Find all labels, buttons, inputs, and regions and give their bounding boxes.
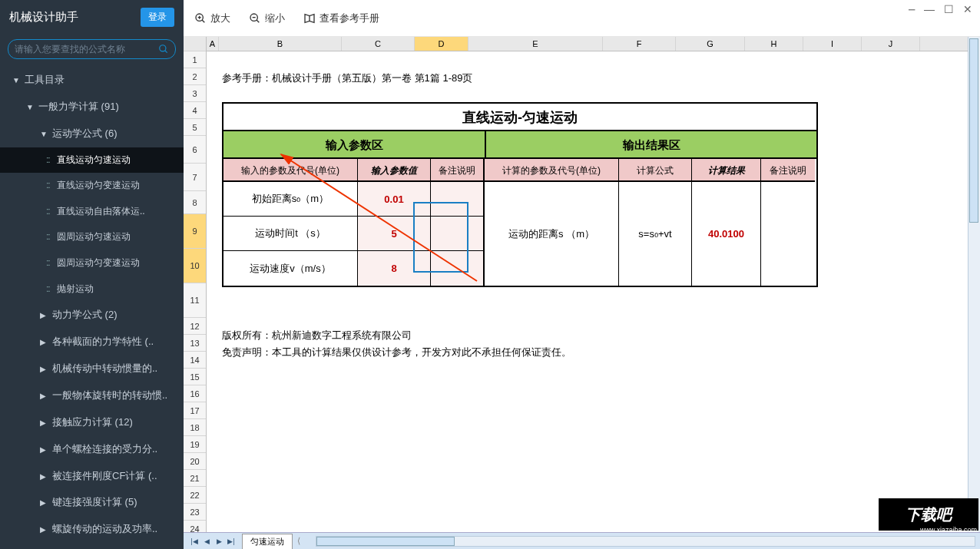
sheet-nav-prev[interactable]: ◀: [201, 536, 212, 547]
svg-line-7: [257, 20, 259, 22]
search-container: [8, 39, 176, 59]
sheet-nav-next[interactable]: ▶: [214, 536, 224, 547]
header-param-value: 输入参数值: [358, 159, 431, 182]
col-header[interactable]: C: [342, 37, 415, 51]
sheet-tab[interactable]: 匀速运动: [242, 534, 293, 549]
tree-item-freefall[interactable]: ::直线运动自由落体运..: [0, 199, 184, 225]
close-button[interactable]: ✕: [963, 3, 972, 15]
grid[interactable]: A B C D E F G H I J 参考手册：机械设计手册（第五版）第一卷 …: [207, 37, 980, 549]
param-t-note[interactable]: [431, 217, 485, 251]
row-header[interactable]: 16: [184, 385, 206, 402]
param-s0-label: 初始距离s₀（m）: [223, 182, 358, 217]
toolbar: 放大 缩小 查看参考手册: [184, 0, 980, 37]
output-name: 运动的距离s （m）: [485, 182, 619, 286]
param-s0-note[interactable]: [431, 182, 485, 217]
tree-cat-kinematics[interactable]: ▼运动学公式 (6): [0, 121, 184, 147]
row-header[interactable]: 15: [184, 369, 206, 385]
param-t-value[interactable]: 5: [358, 217, 431, 251]
tree-item-linear-uniform[interactable]: ::直线运动匀速运动: [0, 147, 184, 174]
table-title: 直线运动-匀速运动: [223, 104, 816, 131]
vertical-scrollbar[interactable]: [968, 37, 980, 532]
col-headers: A B C D E F G H I J: [207, 37, 980, 51]
col-header[interactable]: I: [803, 37, 862, 51]
tree-cat-cf[interactable]: ▶被连接件刚度CF计算 (..: [0, 463, 184, 490]
row-header[interactable]: 7: [184, 164, 206, 191]
minimize-button[interactable]: —: [924, 3, 935, 15]
svg-point-0: [160, 45, 166, 51]
tree-cat-bolt[interactable]: ▶单个螺栓连接的受力分..: [0, 436, 184, 463]
zoom-out-button[interactable]: 缩小: [249, 12, 285, 25]
tree-item-linear-accel[interactable]: ::直线运动匀变速运动: [0, 173, 184, 199]
tree-cat-contact[interactable]: ▶接触应力计算 (12): [0, 409, 184, 436]
manual-button[interactable]: 查看参考手册: [303, 12, 379, 25]
maximize-button[interactable]: ☐: [944, 3, 954, 15]
col-header[interactable]: J: [862, 37, 920, 51]
row-header[interactable]: 19: [184, 436, 206, 453]
zoom-in-button[interactable]: 放大: [194, 12, 230, 25]
row-header[interactable]: 21: [184, 470, 206, 487]
tree-cat-mechanics[interactable]: ▼一般力学计算 (91): [0, 94, 184, 121]
tree-cat-screw[interactable]: ▶螺旋传动的运动及功率..: [0, 516, 184, 543]
header-note: 备注说明: [431, 159, 485, 182]
output-result: 40.0100: [692, 182, 761, 286]
output-formula: s=s₀+vt: [619, 182, 692, 286]
header-param-name: 输入的参数及代号(单位): [223, 159, 358, 182]
zoom-in-icon: [194, 12, 207, 25]
param-s0-value[interactable]: 0.01: [358, 182, 431, 217]
row-header[interactable]: 12: [184, 318, 206, 335]
login-button[interactable]: 登录: [141, 8, 174, 27]
sidebar: 机械设计助手 登录 ▼工具目录 ▼一般力学计算 (91) ▼运动学公式 (6) …: [0, 0, 184, 549]
sidebar-header: 机械设计助手 登录: [0, 0, 184, 35]
tree-item-projectile[interactable]: ::抛射运动: [0, 276, 184, 303]
col-header[interactable]: F: [603, 37, 676, 51]
tree-cat-dynamics[interactable]: ▶动力学公式 (2): [0, 302, 184, 329]
row-header[interactable]: 11: [184, 283, 206, 318]
input-zone-header: 输入参数区: [223, 131, 486, 159]
row-header[interactable]: 17: [184, 402, 206, 419]
col-header[interactable]: D: [415, 37, 468, 51]
reference-text: 参考手册：机械设计手册（第五版）第一卷 第1篇 1-89页: [222, 71, 472, 85]
tree-cat-inertia-body[interactable]: ▶一般物体旋转时的转动惯..: [0, 382, 184, 409]
row-header[interactable]: 13: [184, 335, 206, 352]
col-header[interactable]: B: [219, 37, 342, 51]
col-header[interactable]: A: [207, 37, 219, 51]
param-v-note[interactable]: [431, 251, 485, 286]
param-v-value[interactable]: 8: [358, 251, 431, 286]
app-title: 机械设计助手: [9, 10, 78, 25]
horizontal-scrollbar[interactable]: [316, 536, 975, 547]
corner-cell[interactable]: [184, 37, 206, 51]
search-input[interactable]: [15, 44, 158, 55]
row-header[interactable]: 5: [184, 119, 206, 136]
row-header[interactable]: 10: [184, 249, 206, 283]
sheet-nav-first[interactable]: |◀: [189, 536, 200, 547]
tree-item-circular-uniform[interactable]: ::圆周运动匀速运动: [0, 224, 184, 250]
search-icon[interactable]: [158, 44, 169, 55]
col-header[interactable]: G: [676, 37, 745, 51]
tree-item-circular-accel[interactable]: ::圆周运动匀变速运动: [0, 250, 184, 276]
row-header[interactable]: 23: [184, 504, 206, 521]
tree-cat-key[interactable]: ▶键连接强度计算 (5): [0, 489, 184, 516]
sheet-nav-last[interactable]: ▶|: [226, 536, 237, 547]
row-header[interactable]: 8: [184, 191, 206, 214]
row-header[interactable]: 20: [184, 453, 206, 470]
row-header[interactable]: 18: [184, 419, 206, 436]
row-header[interactable]: 4: [184, 102, 206, 119]
row-header[interactable]: 3: [184, 85, 206, 102]
row-header[interactable]: 1: [184, 51, 206, 68]
row-header[interactable]: 2: [184, 68, 206, 85]
tree-cat-inertia-drive[interactable]: ▶机械传动中转动惯量的..: [0, 356, 184, 382]
main-panel: 放大 缩小 查看参考手册 ⎼ — ☐ ✕ 1 2 3 4 5 6 7 8 9 1…: [184, 0, 980, 549]
menu-icon[interactable]: ⎼: [909, 3, 915, 15]
window-controls: ⎼ — ☐ ✕: [909, 3, 972, 15]
col-header[interactable]: H: [745, 37, 803, 51]
tree-root[interactable]: ▼工具目录: [0, 67, 184, 94]
row-header[interactable]: 14: [184, 352, 206, 369]
row-header[interactable]: 9: [184, 214, 206, 249]
hscroll-thumb[interactable]: [316, 537, 455, 546]
tree-cat-section[interactable]: ▶各种截面的力学特性 (..: [0, 329, 184, 356]
row-header[interactable]: 6: [184, 136, 206, 164]
vscroll-thumb[interactable]: [969, 38, 978, 223]
header-out-name: 计算的参数及代号(单位): [485, 159, 619, 182]
col-header[interactable]: E: [468, 37, 603, 51]
row-header[interactable]: 22: [184, 487, 206, 504]
